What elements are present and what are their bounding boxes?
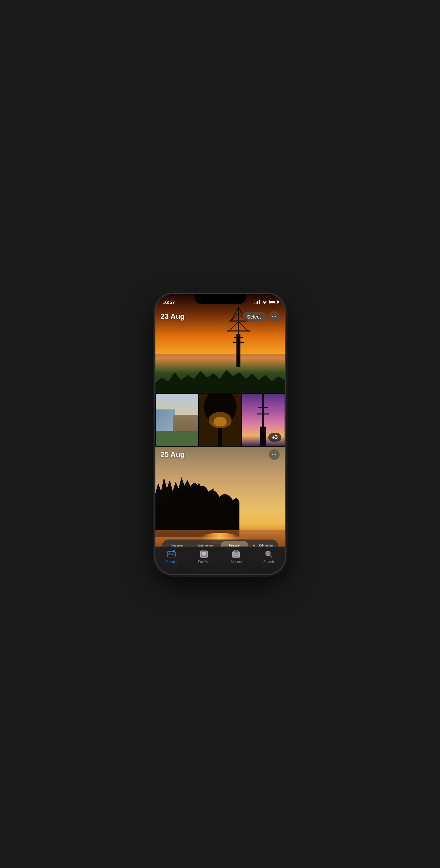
svg-rect-2 bbox=[229, 331, 249, 332]
section1-more-button[interactable]: ··· bbox=[269, 311, 280, 322]
more-count-text: +3 bbox=[272, 434, 277, 440]
svg-rect-25 bbox=[260, 427, 266, 446]
albums-tab-icon bbox=[231, 550, 241, 559]
tab-albums[interactable]: Albums bbox=[220, 550, 253, 564]
section1-date: 23 Aug bbox=[161, 312, 185, 321]
ellipsis-icon: ··· bbox=[272, 314, 276, 319]
tab-search-label: Search bbox=[263, 560, 274, 564]
thumbnail-grid[interactable]: +3 bbox=[155, 394, 285, 446]
thumbnail-2[interactable] bbox=[199, 394, 242, 446]
battery-icon bbox=[269, 300, 277, 304]
svg-rect-9 bbox=[236, 334, 240, 367]
lake-trees-icon bbox=[155, 474, 240, 537]
tab-albums-label: Albums bbox=[231, 560, 242, 564]
phone-frame: 16:57 23 Aug Sele bbox=[155, 294, 285, 574]
tab-search[interactable]: Search bbox=[253, 550, 285, 564]
thumbnail-3[interactable]: +3 bbox=[242, 394, 285, 446]
signal-icon bbox=[254, 300, 260, 304]
wifi-icon bbox=[262, 300, 267, 304]
select-button[interactable]: Select bbox=[242, 312, 266, 321]
thumbnail-1[interactable] bbox=[155, 394, 199, 446]
svg-rect-23 bbox=[258, 407, 268, 408]
svg-line-8 bbox=[238, 321, 249, 332]
thumb-photo-tree bbox=[199, 394, 241, 446]
status-time: 16:57 bbox=[163, 298, 175, 305]
tab-bar: Photos For You bbox=[155, 547, 285, 574]
svg-point-20 bbox=[213, 417, 227, 427]
svg-point-15 bbox=[248, 330, 251, 332]
status-icons bbox=[254, 299, 277, 304]
tree-silhouette-icon bbox=[199, 394, 241, 446]
notch bbox=[195, 294, 246, 304]
section-23-aug: 23 Aug Select ··· bbox=[155, 294, 285, 446]
tab-photos[interactable]: Photos bbox=[155, 550, 188, 564]
section2-more-button[interactable]: ··· bbox=[269, 449, 280, 460]
for-you-tab-icon bbox=[199, 550, 209, 559]
tab-for-you[interactable]: For You bbox=[187, 550, 220, 564]
svg-rect-10 bbox=[234, 337, 243, 338]
svg-line-7 bbox=[229, 321, 238, 332]
section1-header: 23 Aug Select ··· bbox=[155, 311, 285, 322]
hero-photo-1[interactable] bbox=[155, 294, 285, 394]
section1-actions: Select ··· bbox=[242, 311, 280, 322]
thumb-photo-purple-sky: +3 bbox=[242, 394, 285, 446]
svg-rect-24 bbox=[257, 413, 269, 414]
section2-header: 25 Aug ··· bbox=[155, 449, 285, 460]
photos-tab-icon bbox=[167, 550, 176, 559]
section2-date: 25 Aug bbox=[161, 450, 185, 459]
svg-point-14 bbox=[227, 330, 229, 332]
search-tab-icon bbox=[264, 550, 273, 559]
phone-screen: 16:57 23 Aug Sele bbox=[155, 294, 285, 574]
tab-photos-label: Photos bbox=[166, 560, 177, 564]
scroll-content[interactable]: 23 Aug Select ··· bbox=[155, 294, 285, 574]
ellipsis-icon-2: ··· bbox=[272, 452, 276, 458]
more-photos-badge[interactable]: +3 bbox=[268, 433, 281, 442]
thumb-photo-river bbox=[156, 394, 198, 446]
svg-rect-11 bbox=[233, 342, 244, 343]
tab-for-you-label: For You bbox=[198, 560, 209, 564]
trees-silhouette-1 bbox=[155, 367, 285, 394]
svg-line-34 bbox=[270, 555, 272, 558]
